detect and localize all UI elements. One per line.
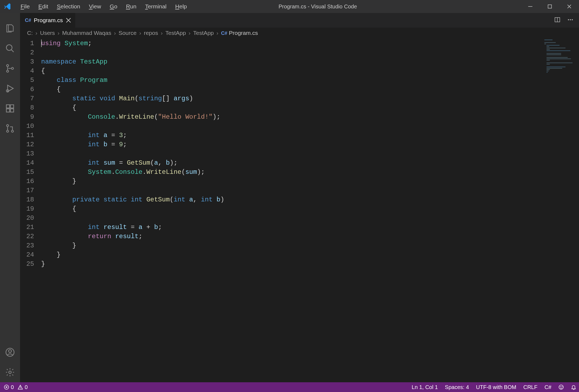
chevron-right-icon: › (58, 30, 60, 36)
tab-program-cs[interactable]: C# Program.cs (20, 13, 75, 28)
chevron-right-icon: › (216, 30, 218, 36)
svg-point-15 (9, 371, 11, 374)
bc-item[interactable]: repos (144, 30, 158, 36)
minimize-button[interactable] (521, 0, 540, 13)
search-button[interactable] (0, 38, 20, 58)
line-gutter: 1234567891011121314151617181920212223242… (20, 38, 41, 382)
run-debug-button[interactable] (0, 78, 20, 98)
svg-point-3 (6, 70, 9, 72)
csharp-icon: C# (25, 18, 31, 23)
split-editor-icon[interactable] (554, 16, 561, 24)
menu-view[interactable]: View (85, 2, 105, 11)
maximize-button[interactable] (540, 0, 560, 13)
svg-point-19 (572, 19, 573, 20)
svg-point-22 (560, 386, 561, 387)
bc-item[interactable]: TestApp (165, 30, 186, 36)
extensions-button[interactable] (0, 98, 20, 118)
chevron-right-icon: › (189, 30, 190, 36)
code-editor[interactable]: 1234567891011121314151617181920212223242… (20, 38, 579, 382)
svg-point-21 (559, 385, 563, 389)
tab-label: Program.cs (34, 17, 63, 24)
status-language[interactable]: C# (544, 384, 551, 390)
source-control-button[interactable] (0, 58, 20, 78)
svg-point-2 (6, 65, 9, 67)
bc-file[interactable]: C#Program.cs (221, 30, 258, 36)
activity-bar (0, 13, 20, 382)
menu-terminal[interactable]: Terminal (141, 2, 170, 11)
menu-edit[interactable]: Edit (35, 2, 52, 11)
svg-point-23 (562, 386, 562, 387)
svg-rect-6 (6, 105, 10, 108)
chevron-right-icon: › (114, 30, 116, 36)
svg-rect-9 (11, 105, 14, 108)
chevron-right-icon: › (139, 30, 141, 36)
notifications-icon[interactable] (571, 384, 576, 390)
settings-button[interactable] (0, 362, 20, 382)
code-content[interactable]: using System;namespace TestApp{ class Pr… (41, 38, 579, 382)
status-cursor-position[interactable]: Ln 1, Col 1 (412, 384, 438, 390)
warning-count: 0 (25, 384, 28, 390)
window-title: Program.cs - Visual Studio Code (191, 4, 521, 10)
title-bar: File Edit Selection View Go Run Terminal… (0, 0, 579, 13)
chevron-right-icon: › (35, 30, 37, 36)
chevron-right-icon: › (161, 30, 163, 36)
svg-point-12 (11, 130, 14, 132)
svg-rect-7 (6, 109, 10, 112)
bc-item[interactable]: Source (119, 30, 137, 36)
editor-actions (554, 13, 579, 28)
svg-point-1 (6, 45, 12, 51)
svg-point-18 (570, 19, 571, 20)
csharp-icon: C# (221, 31, 227, 36)
status-warnings[interactable]: 0 (18, 384, 28, 390)
feedback-icon[interactable] (558, 384, 564, 390)
bc-item[interactable]: TestApp (193, 30, 214, 36)
svg-rect-8 (11, 109, 14, 112)
menu-file[interactable]: File (17, 2, 34, 11)
svg-point-11 (6, 130, 9, 132)
svg-rect-0 (548, 5, 552, 8)
close-icon[interactable] (65, 17, 71, 23)
explorer-button[interactable] (0, 18, 20, 38)
menu-go[interactable]: Go (106, 2, 121, 11)
bc-drive[interactable]: C: (27, 30, 33, 36)
accounts-button[interactable] (0, 342, 20, 362)
window-controls (521, 0, 579, 13)
status-errors[interactable]: 0 (4, 384, 14, 390)
vscode-logo-icon (4, 3, 11, 10)
bc-item[interactable]: Users (40, 30, 55, 36)
error-count: 0 (11, 384, 14, 390)
close-button[interactable] (560, 0, 579, 13)
status-eol[interactable]: CRLF (523, 384, 537, 390)
menu-run[interactable]: Run (122, 2, 140, 11)
svg-point-10 (6, 125, 9, 127)
more-actions-icon[interactable] (567, 16, 574, 24)
menu-selection[interactable]: Selection (53, 2, 84, 11)
svg-point-17 (568, 19, 569, 20)
menu-bar: File Edit Selection View Go Run Terminal… (17, 2, 191, 11)
svg-point-14 (9, 350, 12, 353)
pull-requests-button[interactable] (0, 118, 20, 138)
menu-help[interactable]: Help (172, 2, 191, 11)
editor-area: C# Program.cs C: › Users › Muhammad Waqa… (20, 13, 579, 382)
status-indentation[interactable]: Spaces: 4 (445, 384, 469, 390)
tab-row: C# Program.cs (20, 13, 579, 28)
bc-item[interactable]: Muhammad Waqas (62, 30, 111, 36)
breadcrumb[interactable]: C: › Users › Muhammad Waqas › Source › r… (20, 28, 579, 38)
status-bar: 0 0 Ln 1, Col 1 Spaces: 4 UTF-8 with BOM… (0, 382, 579, 392)
svg-point-4 (11, 67, 14, 69)
status-encoding[interactable]: UTF-8 with BOM (476, 384, 516, 390)
